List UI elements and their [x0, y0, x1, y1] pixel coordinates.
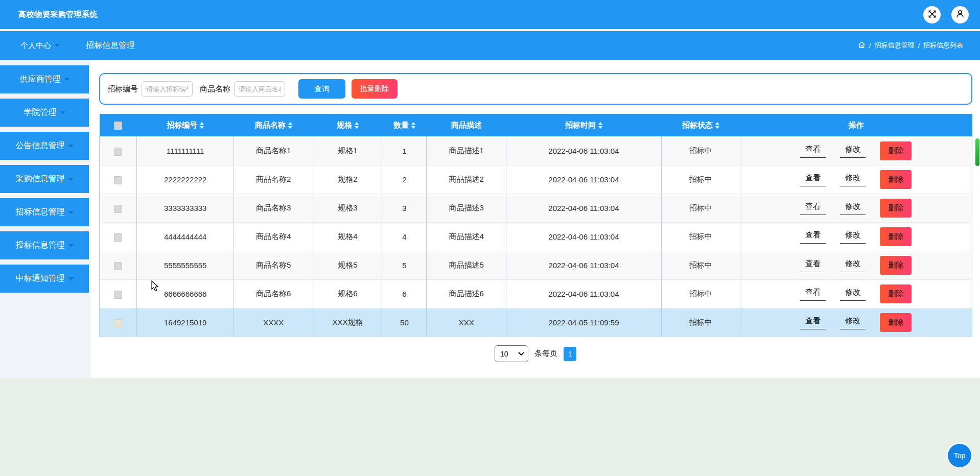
cell-product-name: 商品名称4 [234, 223, 313, 251]
sort-icon [598, 122, 602, 129]
sidebar-item-bidding[interactable]: 招标信息管理 [0, 198, 89, 226]
page-size-select-wrap: 10 [495, 345, 528, 362]
cell-spec: 规格3 [313, 194, 382, 223]
chevron-down-icon [68, 211, 74, 214]
table-header-row: 招标编号 商品名称 规格 数量 商品描述 招标时间 招标状态 操作 [100, 114, 972, 137]
cell-status: 招标中 [661, 308, 740, 337]
cell-spec: 规格2 [313, 165, 382, 194]
cell-status: 招标中 [661, 137, 740, 165]
product-name-input[interactable] [234, 81, 285, 97]
delete-button[interactable]: 删除 [880, 199, 912, 218]
cell-desc: 商品描述2 [427, 165, 506, 194]
cell-qty: 6 [382, 280, 427, 308]
sidebar-item-award-notice[interactable]: 中标通知管理 [0, 265, 89, 293]
row-checkbox[interactable] [114, 233, 122, 242]
chevron-down-icon [68, 277, 74, 280]
sidebar-item-supplier[interactable]: 供应商管理 [0, 65, 89, 93]
product-name-label: 商品名称 [200, 84, 230, 94]
delete-button[interactable]: 删除 [880, 256, 912, 275]
fullscreen-icon [928, 10, 937, 20]
sidebar-item-procurement[interactable]: 采购信息管理 [0, 165, 89, 193]
view-button[interactable]: 查看 [800, 145, 826, 158]
edit-button[interactable]: 修改 [840, 145, 866, 158]
column-header-product-name[interactable]: 商品名称 [234, 114, 313, 137]
user-button[interactable] [951, 6, 969, 23]
back-to-top-button[interactable]: Top [948, 444, 971, 467]
delete-button[interactable]: 删除 [880, 141, 912, 160]
view-button[interactable]: 查看 [800, 259, 826, 272]
sidebar-item-announcement[interactable]: 公告信息管理 [0, 132, 89, 160]
chevron-down-icon [60, 111, 65, 114]
navbar: 个人中心 招标信息管理 / 招标信息管理 / 招标信息列表 [0, 31, 980, 60]
cell-status: 招标中 [661, 223, 740, 251]
cell-product-name: 商品名称6 [234, 280, 313, 308]
sidebar-item-tender[interactable]: 投标信息管理 [0, 231, 89, 259]
cell-spec: 规格4 [313, 223, 382, 251]
column-header-time[interactable]: 招标时间 [506, 114, 661, 137]
batch-delete-button[interactable]: 批量删除 [352, 79, 398, 99]
sidebar-item-label: 投标信息管理 [16, 240, 65, 251]
cell-time: 2022-04-06 11:03:04 [506, 137, 661, 165]
view-button[interactable]: 查看 [800, 173, 826, 186]
row-checkbox[interactable] [114, 205, 122, 213]
column-header-status[interactable]: 招标状态 [661, 114, 740, 137]
cell-bid-no: 1649215019 [137, 308, 234, 337]
cell-desc: 商品描述1 [427, 137, 506, 165]
edit-button[interactable]: 修改 [840, 173, 866, 186]
cell-qty: 4 [382, 223, 427, 251]
edit-button[interactable]: 修改 [840, 259, 866, 272]
view-button[interactable]: 查看 [800, 202, 826, 215]
sidebar-item-college[interactable]: 学院管理 [0, 99, 89, 127]
row-checkbox[interactable] [114, 319, 122, 327]
cell-status: 招标中 [661, 280, 740, 308]
bid-no-input[interactable] [142, 81, 193, 97]
chevron-down-icon [64, 78, 69, 81]
cell-time: 2022-04-05 11:09:59 [506, 308, 661, 337]
select-all-checkbox[interactable] [114, 122, 122, 130]
cell-product-name: 商品名称2 [234, 165, 313, 194]
sidebar-item-label: 学院管理 [24, 107, 57, 118]
cell-time: 2022-04-06 11:03:04 [506, 280, 661, 308]
view-button[interactable]: 查看 [800, 230, 826, 244]
cell-spec: 规格1 [313, 137, 382, 165]
view-button[interactable]: 查看 [800, 288, 826, 301]
delete-button[interactable]: 删除 [880, 227, 912, 246]
column-header-bid-no[interactable]: 招标编号 [137, 114, 234, 137]
column-header-spec[interactable]: 规格 [313, 114, 382, 137]
per-page-label: 条每页 [534, 349, 557, 359]
personal-center-label: 个人中心 [20, 41, 51, 51]
cell-bid-no: 6666666666 [137, 280, 234, 308]
scrollbar-thumb[interactable] [975, 138, 979, 166]
bidding-table: 招标编号 商品名称 规格 数量 商品描述 招标时间 招标状态 操作 111111… [99, 114, 972, 337]
cell-desc: 商品描述5 [427, 251, 506, 280]
delete-button[interactable]: 删除 [880, 284, 912, 303]
cell-bid-no: 4444444444 [137, 223, 234, 251]
breadcrumb-item[interactable]: 招标信息管理 [874, 41, 914, 50]
column-header-qty[interactable]: 数量 [382, 114, 427, 137]
row-checkbox[interactable] [114, 176, 122, 184]
edit-button[interactable]: 修改 [840, 288, 866, 301]
search-button[interactable]: 查询 [298, 79, 345, 99]
view-button[interactable]: 查看 [800, 316, 826, 329]
chevron-down-icon [68, 178, 74, 181]
sort-icon [355, 122, 359, 129]
delete-button[interactable]: 删除 [880, 313, 912, 332]
cell-qty: 3 [382, 194, 427, 223]
delete-button[interactable]: 删除 [880, 170, 912, 189]
cell-time: 2022-04-06 11:03:04 [506, 223, 661, 251]
cell-bid-no: 1111111111 [137, 137, 234, 165]
breadcrumb-separator: / [918, 42, 920, 50]
breadcrumb-item[interactable]: 招标信息列表 [923, 41, 963, 50]
edit-button[interactable]: 修改 [840, 202, 866, 215]
cell-product-name: 商品名称5 [234, 251, 313, 280]
home-icon[interactable] [858, 41, 866, 50]
page-number-button[interactable]: 1 [564, 347, 576, 361]
edit-button[interactable]: 修改 [840, 230, 866, 244]
edit-button[interactable]: 修改 [840, 316, 866, 329]
row-checkbox[interactable] [114, 262, 122, 270]
fullscreen-button[interactable] [923, 6, 941, 23]
row-checkbox[interactable] [114, 291, 122, 299]
page-size-select[interactable]: 10 [495, 345, 528, 362]
personal-center-menu[interactable]: 个人中心 [20, 31, 60, 60]
row-checkbox[interactable] [114, 148, 122, 156]
